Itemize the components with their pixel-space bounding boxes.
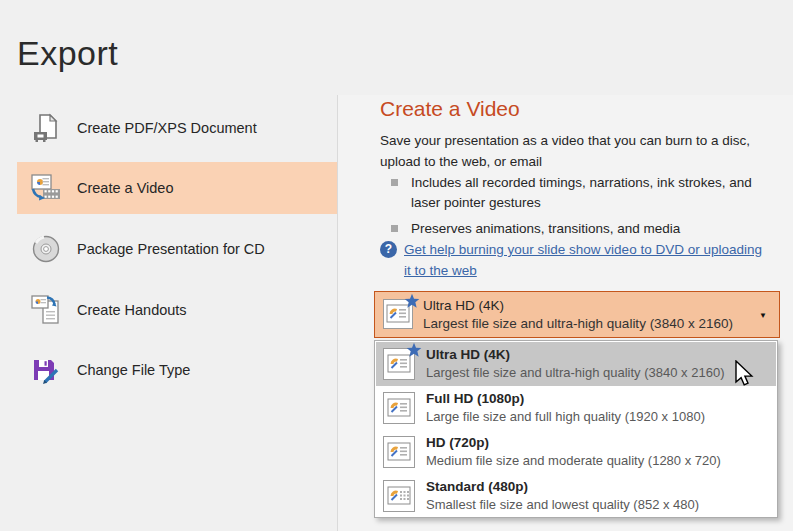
help-icon: ? bbox=[380, 241, 397, 258]
ultra-hd-icon bbox=[383, 348, 415, 380]
sidebar-item-label: Create a Video bbox=[77, 180, 173, 196]
star-icon bbox=[406, 342, 422, 358]
sidebar-divider bbox=[337, 95, 338, 531]
create-video-icon bbox=[30, 172, 62, 204]
option-hd-720p[interactable]: HD (720p) Medium file size and moderate … bbox=[376, 430, 776, 474]
option-subtitle: Large file size and full high quality (1… bbox=[426, 409, 705, 424]
option-subtitle: Medium file size and moderate quality (1… bbox=[426, 453, 721, 468]
sidebar-item-label: Change File Type bbox=[77, 362, 190, 378]
feature-item: Includes all recorded timings, narration… bbox=[380, 173, 763, 213]
option-title: Standard (480p) bbox=[426, 479, 528, 494]
star-icon bbox=[404, 293, 420, 309]
quality-options-list: Ultra HD (4K) Largest file size and ultr… bbox=[374, 340, 778, 518]
option-full-hd-1080p[interactable]: Full HD (1080p) Large file size and full… bbox=[376, 386, 776, 430]
video-quality-dropdown[interactable]: Ultra HD (4K) Largest file size and ultr… bbox=[374, 291, 780, 338]
sidebar-item-label: Create PDF/XPS Document bbox=[77, 120, 257, 136]
help-link[interactable]: Get help burning your slide show video t… bbox=[404, 239, 769, 281]
feature-list: Includes all recorded timings, narration… bbox=[380, 173, 760, 245]
standard-480p-icon bbox=[383, 480, 415, 512]
option-subtitle: Smallest file size and lowest quality (8… bbox=[426, 497, 699, 512]
option-standard-480p[interactable]: Standard (480p) Smallest file size and l… bbox=[376, 474, 776, 518]
sidebar-item-change-file-type[interactable]: Change File Type bbox=[17, 344, 337, 396]
selected-quality-subtitle: Largest file size and ultra-high quality… bbox=[423, 316, 733, 331]
package-cd-icon bbox=[30, 233, 62, 265]
mouse-cursor bbox=[733, 360, 755, 390]
sidebar-item-create-pdf-xps[interactable]: Create PDF/XPS Document bbox=[17, 102, 337, 154]
option-title: Ultra HD (4K) bbox=[426, 347, 510, 362]
selected-quality-title: Ultra HD (4K) bbox=[423, 298, 504, 313]
option-subtitle: Largest file size and ultra-high quality… bbox=[426, 365, 724, 380]
page-title: Export bbox=[17, 34, 118, 73]
hd-720p-icon bbox=[383, 436, 415, 468]
pdf-xps-document-icon bbox=[30, 112, 62, 144]
sidebar-item-create-video[interactable]: Create a Video bbox=[17, 162, 337, 214]
change-file-type-icon bbox=[30, 354, 62, 386]
panel-description: Save your presentation as a video that y… bbox=[380, 130, 784, 172]
chevron-down-icon: ▼ bbox=[759, 310, 767, 319]
export-backstage: Export Create PDF/XPS Document bbox=[0, 0, 793, 531]
full-hd-icon bbox=[383, 392, 415, 424]
sidebar-item-create-handouts[interactable]: Create Handouts bbox=[17, 284, 337, 336]
help-row: ? Get help burning your slide show video… bbox=[380, 239, 769, 281]
feature-item: Preserves animations, transitions, and m… bbox=[380, 219, 763, 239]
sidebar-item-label: Package Presentation for CD bbox=[77, 241, 265, 257]
sidebar-item-label: Create Handouts bbox=[77, 302, 187, 318]
create-handouts-icon bbox=[30, 294, 62, 326]
ultra-hd-icon bbox=[383, 299, 413, 329]
panel-heading: Create a Video bbox=[380, 97, 520, 121]
option-ultra-hd-4k[interactable]: Ultra HD (4K) Largest file size and ultr… bbox=[376, 342, 776, 386]
sidebar-item-package-cd[interactable]: Package Presentation for CD bbox=[17, 223, 337, 275]
option-title: HD (720p) bbox=[426, 435, 489, 450]
option-title: Full HD (1080p) bbox=[426, 391, 524, 406]
